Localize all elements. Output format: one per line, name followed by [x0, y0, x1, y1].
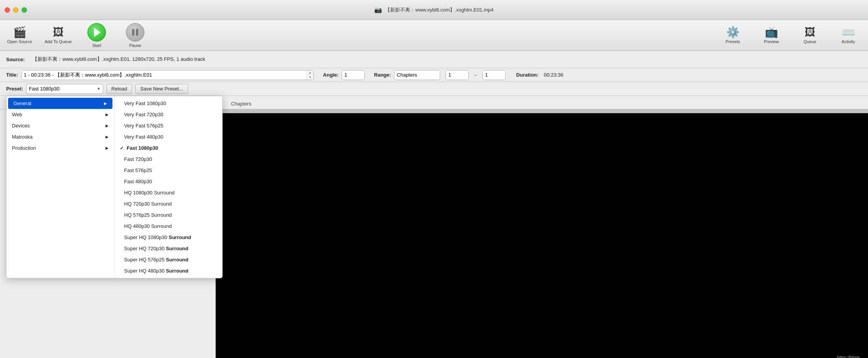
preset-hq576-label: HQ 576p25 Surround: [124, 212, 172, 218]
preset-hq1080-label: HQ 1080p30 Surround: [124, 190, 174, 196]
duration-label: Duration:: [516, 72, 539, 78]
queue-label: Queue: [803, 39, 816, 44]
range-from-wrapper: ▲ ▼: [446, 70, 469, 80]
preset-item-vf1080[interactable]: Very Fast 1080p30: [114, 98, 222, 109]
traffic-lights: [5, 7, 27, 13]
preset-item-vf576[interactable]: Very Fast 576p25: [114, 120, 222, 131]
toolbar: 🎬 Open Source 🖼 Add To Queue Start Pause…: [0, 20, 868, 51]
preview-button[interactable]: 📺 Preview: [758, 27, 785, 44]
preset-item-shq1080[interactable]: Super HQ 1080p30 Surround: [114, 232, 222, 243]
category-matroska-arrow: ▶: [106, 135, 109, 139]
open-source-button[interactable]: 🎬 Open Source: [6, 27, 33, 44]
pause-label: Pause: [129, 43, 141, 48]
open-source-label: Open Source: [7, 39, 32, 44]
category-general[interactable]: General ▶: [8, 98, 112, 109]
source-label: Source:: [6, 57, 29, 62]
preset-item-f720[interactable]: Fast 720p30: [114, 154, 222, 165]
pause-icon[interactable]: [126, 23, 144, 42]
preset-vf720-label: Very Fast 720p30: [124, 112, 163, 117]
category-production-arrow: ▶: [106, 146, 109, 150]
range-dash: –: [474, 72, 477, 78]
preset-f576-label: Fast 576p25: [124, 167, 152, 173]
activity-label: Activity: [842, 39, 855, 44]
category-general-arrow: ▶: [104, 101, 107, 105]
maximize-button[interactable]: [22, 7, 27, 13]
preset-item-hq1080[interactable]: HQ 1080p30 Surround: [114, 187, 222, 198]
start-button[interactable]: Start: [83, 23, 110, 48]
duration-value: 00:23:36: [544, 72, 563, 78]
preset-item-hq576[interactable]: HQ 576p25 Surround: [114, 209, 222, 221]
presets-icon: ⚙️: [726, 27, 740, 38]
presets-button[interactable]: ⚙️ Presets: [719, 27, 746, 44]
save-preset-button[interactable]: Save New Preset...: [135, 84, 188, 94]
activity-button[interactable]: ⌨️ Activity: [835, 27, 862, 44]
title-label: Title:: [6, 72, 18, 78]
presets-label: Presets: [726, 39, 740, 44]
minimize-button[interactable]: [13, 7, 18, 13]
reload-button[interactable]: Reload: [106, 84, 132, 94]
category-devices[interactable]: Devices ▶: [7, 120, 114, 131]
preset-item-shq720[interactable]: Super HQ 720p30 Surround: [114, 243, 222, 254]
window-title: 【新影不离：www.xybl8.com】.xxghlm.E01.mp4: [385, 7, 493, 13]
range-type-input[interactable]: [394, 70, 440, 80]
category-production-label: Production: [12, 145, 36, 151]
preset-dropdown[interactable]: Fast 1080p30 ▼: [26, 84, 103, 94]
range-to-input[interactable]: [483, 70, 506, 80]
preset-item-vf720[interactable]: Very Fast 720p30: [114, 109, 222, 120]
preview-label: Preview: [764, 39, 779, 44]
preset-f480-label: Fast 480p30: [124, 179, 152, 184]
title-stepper-down[interactable]: ▼: [307, 75, 313, 80]
preset-item-hq480[interactable]: HQ 480p30 Surround: [114, 221, 222, 232]
preset-hq480-label: HQ 480p30 Surround: [124, 223, 172, 229]
url-bar: https://blogs...: [837, 355, 863, 358]
preview-icon: 📺: [765, 27, 778, 38]
preset-item-f480[interactable]: Fast 480p30: [114, 176, 222, 187]
preset-shq720-label: Super HQ 720p30 Surround: [124, 246, 188, 251]
angle-input-wrapper: ▲ ▼: [342, 70, 365, 80]
title-stepper[interactable]: ▲ ▼: [307, 70, 313, 80]
preset-value: Fast 1080p30: [29, 86, 60, 92]
title-input[interactable]: [22, 70, 307, 80]
preset-label: Preset:: [6, 86, 23, 92]
activity-icon: ⌨️: [842, 27, 855, 38]
preset-dropdown-arrow: ▼: [97, 87, 101, 91]
preset-item-f576[interactable]: Fast 576p25: [114, 165, 222, 176]
tab-chapters[interactable]: Chapters: [224, 98, 259, 109]
category-web[interactable]: Web ▶: [7, 109, 114, 120]
close-button[interactable]: [5, 7, 10, 13]
range-type-wrapper: ▲ ▼: [394, 70, 440, 80]
range-to-wrapper: ▲ ▼: [483, 70, 506, 80]
category-devices-label: Devices: [12, 123, 30, 129]
preset-item-vf480[interactable]: Very Fast 480p30: [114, 131, 222, 142]
title-input-wrapper: ▲ ▼: [21, 70, 314, 80]
queue-icon: 🖼: [804, 27, 815, 38]
category-production[interactable]: Production ▶: [7, 142, 114, 154]
preset-item-shq480[interactable]: Super HQ 480p30 Surround: [114, 265, 222, 276]
category-devices-arrow: ▶: [106, 124, 109, 128]
preset-item-shq576[interactable]: Super HQ 576p25 Surround: [114, 254, 222, 265]
source-section: Source: 【新影不离：www.xybl8.com】.xxghlm.E01,…: [0, 51, 868, 68]
category-matroska-label: Matroska: [12, 134, 32, 140]
category-web-label: Web: [12, 112, 22, 117]
range-from-input[interactable]: [446, 70, 469, 80]
add-to-queue-button[interactable]: 🖼 Add To Queue: [45, 27, 72, 44]
angle-label: Angle:: [323, 72, 338, 78]
preset-item-f1080[interactable]: ✓ Fast 1080p30: [114, 142, 222, 154]
angle-input[interactable]: [342, 70, 365, 80]
preset-shq480-label: Super HQ 480p30 Surround: [124, 268, 188, 274]
preset-f720-label: Fast 720p30: [124, 156, 152, 162]
preset-f1080-label: Fast 1080p30: [127, 145, 158, 151]
title-stepper-up[interactable]: ▲: [307, 70, 313, 75]
source-value: 【新影不离：www.xybl8.com】.xxghlm.E01, 1280x72…: [32, 56, 205, 63]
preset-dropdown-menu: General ▶ Web ▶ Devices ▶ Matroska ▶ Pro…: [6, 96, 223, 278]
category-matroska[interactable]: Matroska ▶: [7, 131, 114, 142]
window-title-area: 📷 【新影不离：www.xybl8.com】.xxghlm.E01.mp4: [374, 6, 493, 13]
start-icon[interactable]: [87, 23, 106, 42]
pause-button[interactable]: Pause: [122, 23, 149, 48]
range-label: Range:: [374, 72, 391, 78]
queue-button[interactable]: 🖼 Queue: [796, 27, 823, 44]
preset-item-hq720[interactable]: HQ 720p30 Surround: [114, 198, 222, 209]
preset-list: Very Fast 1080p30 Very Fast 720p30 Very …: [114, 96, 222, 278]
preset-shq576-label: Super HQ 576p25 Surround: [124, 257, 188, 263]
category-web-arrow: ▶: [106, 112, 109, 117]
